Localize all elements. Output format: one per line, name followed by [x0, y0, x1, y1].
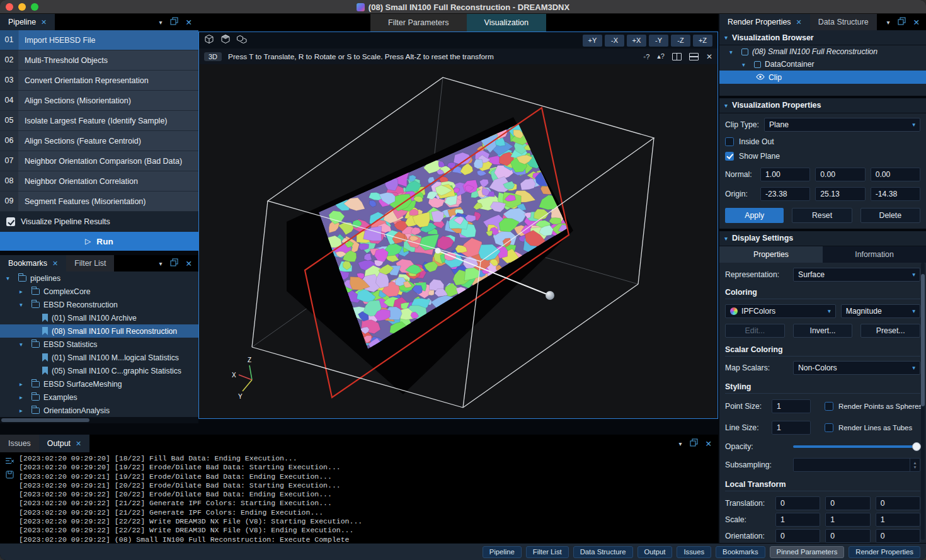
view-preset-plus-y[interactable]: +Y: [583, 35, 602, 47]
panel-menu-caret-icon[interactable]: ▾: [159, 19, 162, 26]
save-log-icon[interactable]: [6, 471, 14, 479]
edit-colors-button[interactable]: Edit...: [725, 324, 785, 338]
slider-thumb[interactable]: [912, 442, 921, 451]
chevron-down-icon[interactable]: ▾: [6, 275, 14, 282]
chevron-down-icon[interactable]: ▾: [20, 301, 28, 308]
tab-information[interactable]: Information: [823, 246, 926, 263]
scale-y-field[interactable]: 1: [825, 513, 870, 527]
browser-clip-item[interactable]: Clip: [719, 71, 926, 83]
dock-button-pipeline[interactable]: Pipeline: [483, 546, 522, 558]
split-horizontal-icon[interactable]: [689, 53, 699, 60]
close-panel-icon[interactable]: ✕: [186, 18, 192, 27]
scale-z-field[interactable]: 1: [876, 513, 920, 527]
dock-button-issues[interactable]: Issues: [677, 546, 711, 558]
bookmark-item[interactable]: ▾EBSD Statistics: [0, 338, 198, 351]
translation-y-field[interactable]: 0: [825, 496, 870, 510]
pipeline-item-05[interactable]: 05Isolate Largest Feature (Identify Samp…: [0, 111, 198, 131]
bookmark-item[interactable]: ▸EBSD SurfaceMeshing: [0, 377, 198, 391]
close-icon[interactable]: ✕: [52, 260, 58, 268]
reset-button[interactable]: Reset: [792, 208, 852, 223]
undock-panel-icon[interactable]: [170, 258, 178, 269]
orientation-z-field[interactable]: 0: [876, 529, 920, 543]
pipeline-item-08[interactable]: 08Neighbor Orientation Correlation: [0, 171, 198, 191]
delete-button[interactable]: Delete: [860, 208, 920, 223]
scale-x-field[interactable]: 1: [775, 513, 820, 527]
tab-visualization[interactable]: Visualization: [467, 14, 546, 31]
bookmark-item[interactable]: (05) Small IN100 C...graphic Statistics: [0, 364, 198, 377]
run-pipeline-button[interactable]: ▷ Run: [0, 232, 198, 251]
point-size-field[interactable]: 1: [772, 399, 811, 413]
chevron-down-icon[interactable]: ▾: [729, 49, 738, 55]
vertical-scrollbar[interactable]: [921, 263, 925, 540]
camera-cube-icon[interactable]: [204, 34, 214, 47]
component-dropdown[interactable]: Magnitude ▾: [841, 304, 920, 318]
dock-button-filter-list[interactable]: Filter List: [526, 546, 569, 558]
undock-panel-icon[interactable]: [170, 16, 178, 28]
render-lines-checkbox[interactable]: [825, 423, 833, 432]
scrollbar-thumb[interactable]: [921, 274, 925, 406]
horizontal-scrollbar[interactable]: [0, 417, 198, 423]
browser-datacontainer-item[interactable]: ▾ DataContainer: [719, 58, 926, 71]
close-icon[interactable]: ✕: [41, 18, 47, 26]
probe-help-icon[interactable]: ◦?: [643, 53, 649, 60]
clear-console-icon[interactable]: [5, 457, 14, 465]
chevron-right-icon[interactable]: ▸: [20, 380, 28, 387]
console-log[interactable]: [2023:02:20 09:29:20] [18/22] Fill Bad D…: [19, 452, 718, 544]
origin-y-field[interactable]: 25.13: [815, 187, 865, 201]
panel-menu-caret-icon[interactable]: ▾: [678, 440, 682, 447]
chevron-right-icon[interactable]: ▸: [20, 407, 28, 414]
dock-button-render-properties[interactable]: Render Properties: [849, 546, 920, 558]
orientation-x-field[interactable]: 0: [775, 529, 820, 543]
tab-render-properties[interactable]: Render Properties ✕: [719, 14, 810, 30]
spinner-arrows-icon[interactable]: ▲▼: [910, 459, 920, 471]
multi-cube-icon[interactable]: [237, 34, 247, 47]
show-plane-checkbox[interactable]: [725, 152, 734, 161]
transform-help-icon[interactable]: ▴?: [657, 52, 665, 60]
pipeline-item-01[interactable]: 01Import H5EBSD File: [0, 30, 198, 50]
clip-type-dropdown[interactable]: Plane ▾: [764, 118, 920, 132]
scrollbar-thumb[interactable]: [1, 418, 89, 422]
pipeline-item-06[interactable]: 06Align Sections (Feature Centroid): [0, 131, 198, 151]
view-preset-minus-y[interactable]: -Y: [649, 35, 668, 47]
visualization-properties-header[interactable]: ▾ Visualization Properties: [719, 98, 926, 113]
view-preset-minus-x[interactable]: -X: [605, 35, 624, 47]
chevron-down-icon[interactable]: ▾: [742, 61, 750, 68]
chevron-right-icon[interactable]: ▸: [20, 288, 28, 295]
view-preset-minus-z[interactable]: -Z: [671, 35, 690, 47]
tab-pipeline[interactable]: Pipeline ✕: [0, 14, 55, 30]
tab-properties[interactable]: Properties: [719, 246, 823, 263]
apply-button[interactable]: Apply: [725, 208, 784, 223]
bookmark-item[interactable]: ▸ComplexCore: [0, 285, 198, 298]
pipeline-item-04[interactable]: 04Align Sections (Misorientation): [0, 91, 198, 111]
dock-button-pinned-parameters[interactable]: Pinned Parameters: [770, 546, 845, 558]
pipeline-item-07[interactable]: 07Neighbor Orientation Comparison (Bad D…: [0, 151, 198, 171]
visualize-results-checkbox[interactable]: [6, 217, 15, 226]
render-points-checkbox[interactable]: [825, 402, 833, 411]
normal-z-field[interactable]: 0.00: [871, 168, 920, 181]
origin-x-field[interactable]: -23.38: [760, 187, 810, 201]
map-scalars-dropdown[interactable]: Non-Colors ▾: [793, 361, 920, 375]
visualize-results-row[interactable]: Visualize Pipeline Results: [0, 212, 198, 232]
chevron-down-icon[interactable]: ▾: [20, 341, 28, 348]
split-vertical-icon[interactable]: [672, 53, 682, 60]
orientation-y-field[interactable]: 0: [825, 529, 870, 543]
dock-button-bookmarks[interactable]: Bookmarks: [716, 546, 765, 558]
pipeline-item-02[interactable]: 02Multi-Threshold Objects: [0, 50, 198, 71]
bookmark-item[interactable]: ▾EBSD Reconstruction: [0, 298, 198, 311]
3d-scene[interactable]: Z X Y: [199, 64, 717, 418]
tab-data-structure[interactable]: Data Structure: [810, 14, 877, 30]
close-panel-icon[interactable]: ✕: [706, 439, 712, 449]
preset-colors-button[interactable]: Preset...: [860, 324, 920, 338]
dock-button-output[interactable]: Output: [637, 546, 673, 558]
bookmark-item[interactable]: ▸Examples: [0, 391, 198, 404]
inside-out-checkbox[interactable]: [725, 137, 734, 146]
view-mode-badge[interactable]: 3D: [204, 52, 222, 61]
tab-output[interactable]: Output ✕: [39, 435, 89, 452]
undock-panel-icon[interactable]: [690, 438, 698, 449]
representation-dropdown[interactable]: Surface ▾: [793, 268, 920, 282]
3d-viewport[interactable]: Z X Y: [199, 64, 717, 418]
browser-root-item[interactable]: ▾ (08) Small IN100 Full Reconstruction: [719, 45, 926, 58]
color-array-dropdown[interactable]: IPFColors ▾: [725, 304, 836, 318]
translation-z-field[interactable]: 0: [876, 496, 920, 510]
view-preset-plus-z[interactable]: +Z: [693, 35, 712, 47]
